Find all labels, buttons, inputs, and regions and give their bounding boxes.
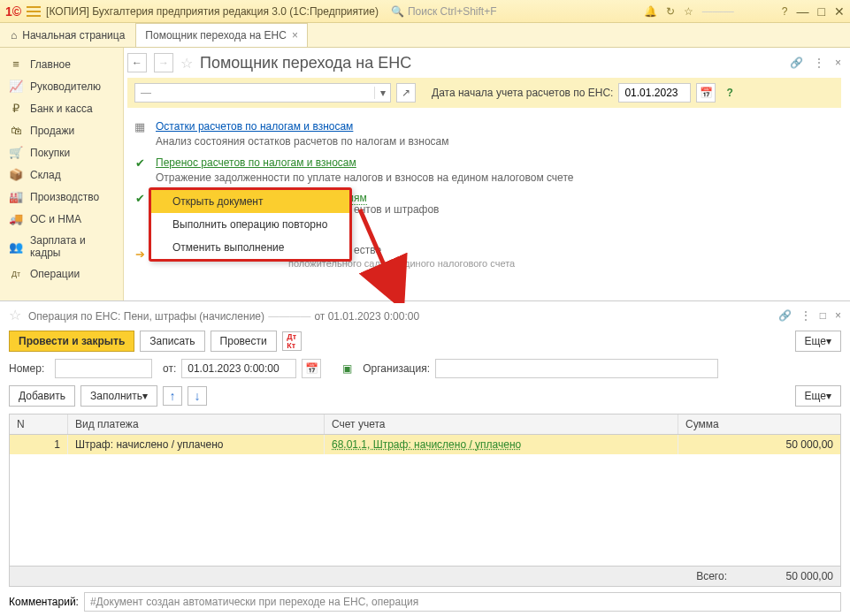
calendar-button[interactable]: 📅 bbox=[302, 359, 321, 378]
people-icon: 👥 bbox=[9, 240, 23, 254]
maximize-icon[interactable]: □ bbox=[818, 4, 825, 19]
data-table: N Вид платежа Счет учета Сумма 1 Штраф: … bbox=[9, 414, 841, 587]
help-icon[interactable]: ? bbox=[782, 5, 788, 18]
sidebar-item-salary[interactable]: 👥Зарплата и кадры bbox=[0, 230, 123, 263]
cell-account[interactable]: 68.01.1, Штраф: начислено / уплачено bbox=[325, 435, 678, 454]
org-select[interactable]: — ▾ bbox=[134, 83, 391, 103]
tab-close-icon[interactable]: × bbox=[292, 29, 298, 42]
org-open-button[interactable]: ↗ bbox=[396, 83, 416, 103]
sidebar-item-sales[interactable]: 🛍Продажи bbox=[0, 119, 123, 141]
move-down-button[interactable]: ↓ bbox=[188, 386, 207, 406]
tab-active-label: Помощник перехода на ЕНС bbox=[145, 29, 287, 42]
step1-desc: Анализ состояния остатков расчетов по на… bbox=[133, 135, 836, 149]
more-button[interactable]: Еще ▾ bbox=[795, 331, 841, 352]
table-header: N Вид платежа Счет учета Сумма bbox=[10, 414, 840, 435]
date-input[interactable]: 01.01.2023 0:00:00 bbox=[181, 359, 296, 378]
search-box[interactable]: 🔍 Поиск Ctrl+Shift+F bbox=[391, 5, 497, 18]
org-label: Организация: bbox=[363, 362, 430, 375]
sidebar-item-operations[interactable]: ДтОперации bbox=[0, 263, 123, 285]
number-label: Номер: bbox=[9, 362, 50, 375]
tab-row: ⌂ Начальная страница Помощник перехода н… bbox=[0, 23, 850, 48]
bell-icon[interactable]: 🔔 bbox=[644, 5, 657, 18]
sidebar-item-os-nma[interactable]: 🚚ОС и НМА bbox=[0, 208, 123, 230]
check-icon: ✔ bbox=[133, 192, 147, 205]
dtkt-button[interactable]: ДтКт bbox=[282, 331, 302, 351]
document-title: Операция по ЕНС: Пени, штрафы (начислени… bbox=[28, 308, 419, 323]
col-account[interactable]: Счет учета bbox=[325, 414, 678, 434]
cell-type: Штраф: начислено / уплачено bbox=[68, 435, 325, 454]
move-up-button[interactable]: ↑ bbox=[163, 386, 182, 406]
help-icon[interactable]: ? bbox=[726, 87, 732, 99]
more-icon[interactable]: ⋮ bbox=[814, 57, 824, 69]
star-icon[interactable]: ☆ bbox=[684, 5, 693, 18]
burger-icon[interactable] bbox=[27, 6, 41, 17]
annotation-arrow bbox=[356, 206, 410, 303]
total-row: Всего: 50 000,00 bbox=[10, 566, 840, 586]
step2-link[interactable]: Перенос расчетов по налогам и взносам bbox=[156, 156, 356, 169]
arrow-icon: ➔ bbox=[133, 247, 147, 261]
table-row[interactable]: 1 Штраф: начислено / уплачено 68.01.1, Ш… bbox=[10, 435, 840, 454]
history-icon[interactable]: ↻ bbox=[666, 5, 675, 18]
link-icon[interactable]: 🔗 bbox=[778, 309, 792, 322]
nav-fwd-button[interactable]: → bbox=[154, 53, 173, 72]
comment-label: Комментарий: bbox=[9, 596, 79, 608]
assistant-panel: ← → ☆ Помощник перехода на ЕНС 🔗 ⋮ × — ▾… bbox=[124, 48, 850, 300]
number-input[interactable] bbox=[55, 359, 152, 378]
org-value: — bbox=[135, 87, 374, 99]
tab-active[interactable]: Помощник перехода на ЕНС × bbox=[136, 23, 308, 47]
chevron-down-icon: ▾ bbox=[826, 390, 831, 402]
favorite-star-icon[interactable]: ☆ bbox=[9, 307, 21, 323]
cart-icon: 🛒 bbox=[9, 146, 23, 159]
tab-home[interactable]: ⌂ Начальная страница bbox=[0, 23, 136, 47]
bag-icon: 🛍 bbox=[9, 124, 23, 137]
ruble-icon: ₽ bbox=[9, 102, 23, 115]
comment-input[interactable]: #Документ создан автоматически при перех… bbox=[84, 592, 841, 612]
ctx-cancel-operation[interactable]: Отменить выполнение bbox=[151, 236, 349, 259]
calendar-button[interactable]: 📅 bbox=[696, 83, 716, 103]
date-value: 01.01.2023 bbox=[624, 87, 678, 99]
svg-line-0 bbox=[360, 209, 394, 287]
ctx-open-document[interactable]: Открыть документ bbox=[151, 190, 349, 213]
sidebar-item-label: Склад bbox=[30, 169, 61, 181]
chevron-down-icon[interactable]: ▾ bbox=[374, 87, 390, 99]
add-button[interactable]: Добавить bbox=[9, 385, 75, 407]
close-panel-icon[interactable]: × bbox=[835, 57, 841, 69]
dtkt-icon: Дт bbox=[9, 270, 23, 278]
date-input[interactable]: 01.01.2023 bbox=[618, 83, 691, 103]
favorite-star-icon[interactable]: ☆ bbox=[180, 55, 193, 72]
write-button[interactable]: Записать bbox=[140, 331, 204, 352]
user-blur: ——— bbox=[702, 5, 773, 18]
ctx-redo-operation[interactable]: Выполнить операцию повторно bbox=[151, 213, 349, 236]
context-menu: Открыть документ Выполнить операцию повт… bbox=[149, 187, 352, 262]
nav-back-button[interactable]: ← bbox=[127, 53, 147, 72]
more-button-2[interactable]: Еще ▾ bbox=[795, 385, 841, 407]
home-icon: ⌂ bbox=[11, 29, 17, 42]
sidebar-item-bank[interactable]: ₽Банк и касса bbox=[0, 97, 123, 119]
minimize-icon[interactable]: — bbox=[797, 4, 809, 19]
date-label: Дата начала учета расчетов по ЕНС: bbox=[432, 87, 613, 99]
sidebar-item-label: Банк и касса bbox=[30, 103, 93, 115]
sidebar-item-production[interactable]: 🏭Производство bbox=[0, 186, 123, 208]
step1-link[interactable]: Остатки расчетов по налогам и взносам bbox=[156, 120, 353, 133]
run-close-button[interactable]: Провести и закрыть bbox=[9, 331, 134, 352]
restore-icon[interactable]: □ bbox=[820, 309, 826, 322]
col-n[interactable]: N bbox=[10, 414, 68, 434]
sidebar-item-main[interactable]: ≡Главное bbox=[0, 53, 123, 75]
sidebar-item-warehouse[interactable]: 📦Склад bbox=[0, 164, 123, 186]
col-sum[interactable]: Сумма bbox=[678, 414, 840, 434]
fill-button[interactable]: Заполнить ▾ bbox=[80, 385, 157, 407]
col-type[interactable]: Вид платежа bbox=[68, 414, 325, 434]
document-panel: ☆ Операция по ЕНС: Пени, штрафы (начисле… bbox=[0, 300, 850, 616]
sidebar-item-purchases[interactable]: 🛒Покупки bbox=[0, 141, 123, 164]
more-icon[interactable]: ⋮ bbox=[800, 309, 811, 322]
sidebar-item-manager[interactable]: 📈Руководителю bbox=[0, 75, 123, 97]
sidebar-item-label: Операции bbox=[30, 268, 80, 280]
cell-sum: 50 000,00 bbox=[678, 435, 840, 454]
sidebar: ≡Главное 📈Руководителю ₽Банк и касса 🛍Пр… bbox=[0, 48, 124, 300]
close-icon[interactable]: ✕ bbox=[834, 4, 845, 19]
org-icon: ▣ bbox=[342, 362, 352, 375]
close-doc-icon[interactable]: × bbox=[835, 309, 841, 322]
org-input[interactable] bbox=[435, 359, 718, 378]
run-button[interactable]: Провести bbox=[211, 331, 277, 352]
link-icon[interactable]: 🔗 bbox=[790, 57, 803, 69]
